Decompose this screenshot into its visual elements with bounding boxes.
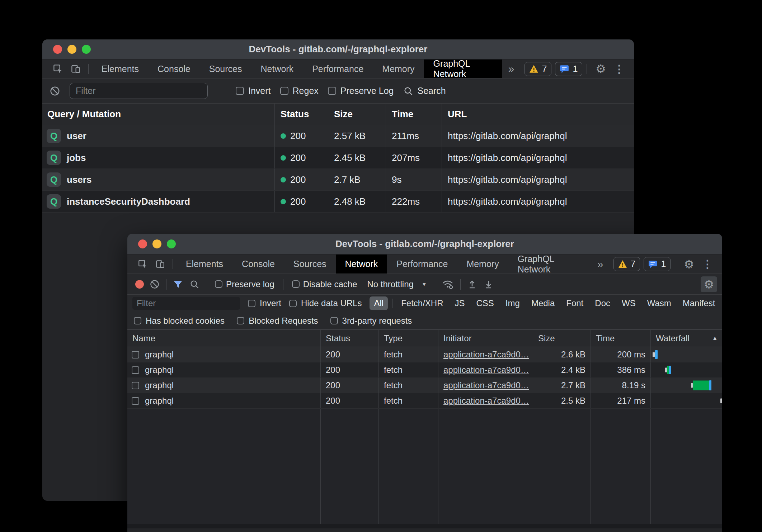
more-tabs-icon[interactable]: » (502, 60, 521, 78)
tab-elements[interactable]: Elements (92, 60, 148, 78)
network-settings-button[interactable]: ⚙ (701, 276, 717, 292)
title-bar[interactable]: DevTools - gitlab.com/-/graphql-explorer (127, 234, 722, 255)
tab-performance[interactable]: Performance (303, 60, 373, 78)
third-party-requests-checkbox[interactable] (330, 317, 338, 324)
warnings-badge[interactable]: 7 (613, 257, 640, 271)
col-name[interactable]: Name (127, 330, 320, 347)
more-tabs-icon[interactable]: » (591, 255, 610, 274)
import-har-icon[interactable] (467, 279, 477, 289)
tab-console[interactable]: Console (232, 255, 284, 274)
throttling-select[interactable]: No throttling ▼ (362, 279, 432, 289)
type-chip-ws[interactable]: WS (617, 296, 640, 310)
tab-network[interactable]: Network (336, 255, 387, 274)
regex-checkbox[interactable] (280, 87, 288, 95)
tab-memory[interactable]: Memory (457, 255, 508, 274)
customize-menu-icon[interactable]: ⋮ (698, 258, 716, 270)
table-row[interactable]: graphql 200 fetch application-a7ca9d0… 2… (127, 393, 722, 409)
initiator-link[interactable]: application-a7ca9d0… (443, 396, 529, 406)
col-status[interactable]: Status (320, 330, 378, 347)
close-window-button[interactable] (53, 45, 62, 54)
table-row[interactable]: Qjobs 200 2.45 kB 207ms https://gitlab.c… (42, 147, 634, 169)
zoom-window-button[interactable] (82, 45, 91, 54)
inspect-element-icon[interactable] (134, 255, 151, 274)
tab-network[interactable]: Network (251, 60, 303, 78)
settings-gear-icon[interactable]: ⚙ (679, 258, 698, 270)
minimize-window-button[interactable] (67, 45, 76, 54)
table-row[interactable]: Quser 200 2.57 kB 211ms https://gitlab.c… (42, 125, 634, 147)
has-blocked-cookies-group[interactable]: Has blocked cookies (134, 316, 225, 326)
col-initiator[interactable]: Initiator (438, 330, 533, 347)
row-checkbox[interactable] (132, 382, 139, 389)
filter-funnel-icon[interactable] (173, 279, 183, 289)
type-chip-manifest[interactable]: Manifest (678, 296, 720, 310)
tab-elements[interactable]: Elements (177, 255, 232, 274)
preserve-log-checkbox[interactable] (215, 280, 222, 288)
tab-performance[interactable]: Performance (387, 255, 457, 274)
waterfall-bar[interactable] (650, 378, 722, 393)
type-chip-wasm[interactable]: Wasm (643, 296, 676, 310)
zoom-window-button[interactable] (167, 239, 176, 248)
initiator-link[interactable]: application-a7ca9d0… (443, 365, 529, 375)
clear-icon[interactable] (50, 86, 60, 96)
table-row[interactable]: graphql 200 fetch application-a7ca9d0… 2… (127, 378, 722, 393)
minimize-window-button[interactable] (152, 239, 161, 248)
table-row[interactable]: graphql 200 fetch application-a7ca9d0… 2… (127, 347, 722, 362)
messages-badge[interactable]: 1 (644, 257, 671, 271)
type-chip-js[interactable]: JS (451, 296, 469, 310)
invert-checkbox[interactable] (248, 300, 255, 307)
invert-checkbox-group[interactable]: Invert (236, 86, 271, 96)
col-waterfall[interactable]: Waterfall ▲ (650, 330, 722, 347)
waterfall-bar[interactable] (650, 347, 722, 362)
waterfall-bar[interactable] (650, 393, 722, 408)
messages-badge[interactable]: 1 (555, 62, 582, 76)
clear-network-log-icon[interactable] (150, 279, 160, 289)
table-row[interactable]: Qusers 200 2.7 kB 9s https://gitlab.com/… (42, 169, 634, 191)
invert-checkbox-group[interactable]: Invert (248, 298, 281, 308)
inspect-element-icon[interactable] (49, 60, 67, 78)
search-icon[interactable] (189, 279, 199, 289)
type-chip-fetch-xhr[interactable]: Fetch/XHR (397, 296, 447, 310)
regex-checkbox-group[interactable]: Regex (280, 86, 319, 96)
col-status[interactable]: Status (274, 104, 328, 125)
network-conditions-icon[interactable] (442, 279, 454, 290)
waterfall-bar[interactable] (650, 362, 722, 377)
close-window-button[interactable] (138, 239, 147, 248)
initiator-link[interactable]: application-a7ca9d0… (443, 380, 529, 390)
warnings-badge[interactable]: 7 (525, 62, 552, 76)
tab-sources[interactable]: Sources (284, 255, 336, 274)
blocked-requests-group[interactable]: Blocked Requests (237, 316, 318, 326)
hide-data-urls-checkbox[interactable] (289, 300, 297, 307)
type-chip-img[interactable]: Img (501, 296, 524, 310)
disable-cache-checkbox-group[interactable]: Disable cache (290, 279, 359, 289)
tab-graphql-network[interactable]: GraphQL Network (508, 255, 591, 274)
col-size[interactable]: Size (328, 104, 386, 125)
tab-graphql-network[interactable]: GraphQL Network (424, 60, 502, 78)
device-toolbar-icon[interactable] (151, 255, 169, 274)
device-toolbar-icon[interactable] (67, 60, 85, 78)
table-row[interactable]: graphql 200 fetch application-a7ca9d0… 2… (127, 362, 722, 378)
tab-console[interactable]: Console (148, 60, 200, 78)
col-time[interactable]: Time (591, 330, 650, 347)
table-row[interactable]: QinstanceSecurityDashboard 200 2.48 kB 2… (42, 191, 634, 213)
invert-checkbox[interactable] (236, 87, 244, 95)
initiator-link[interactable]: application-a7ca9d0… (443, 350, 529, 360)
row-checkbox[interactable] (132, 397, 139, 405)
type-chip-all[interactable]: All (370, 296, 388, 310)
filter-input[interactable] (70, 83, 208, 99)
blocked-requests-checkbox[interactable] (237, 317, 244, 324)
col-size[interactable]: Size (533, 330, 591, 347)
hide-data-urls-checkbox-group[interactable]: Hide data URLs (289, 298, 362, 308)
col-time[interactable]: Time (386, 104, 442, 125)
col-query-mutation[interactable]: Query / Mutation (42, 104, 274, 125)
row-checkbox[interactable] (132, 366, 139, 374)
network-filter-input[interactable] (132, 297, 240, 310)
preserve-log-checkbox[interactable] (328, 87, 336, 95)
type-chip-media[interactable]: Media (527, 296, 559, 310)
customize-menu-icon[interactable]: ⋮ (610, 63, 628, 75)
record-network-log-button[interactable] (135, 280, 144, 289)
disable-cache-checkbox[interactable] (292, 280, 300, 288)
preserve-log-checkbox-group[interactable]: Preserve Log (328, 86, 394, 96)
preserve-log-checkbox-group[interactable]: Preserve log (213, 279, 277, 289)
search-control[interactable]: Search (403, 86, 446, 96)
tab-memory[interactable]: Memory (373, 60, 424, 78)
